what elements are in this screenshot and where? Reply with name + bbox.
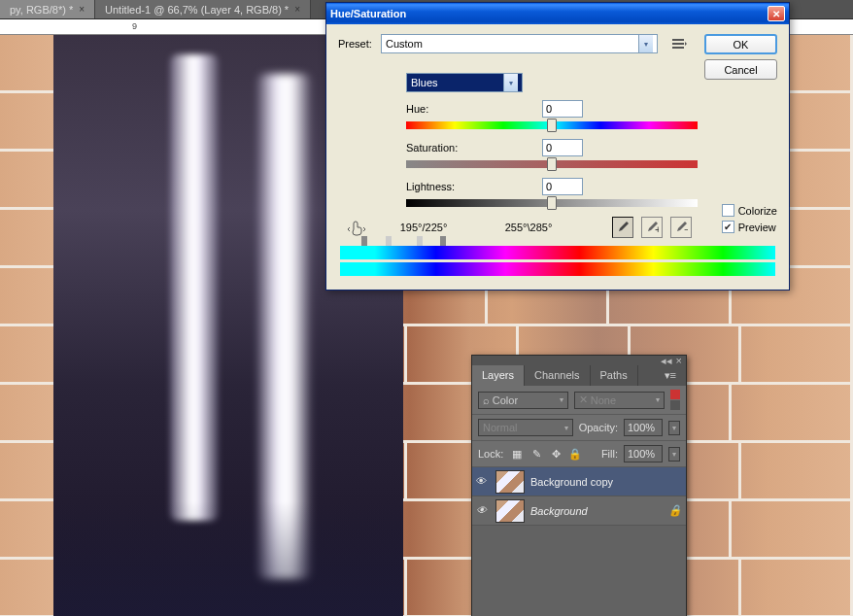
tab-layers[interactable]: Layers xyxy=(472,365,525,386)
slider-thumb[interactable] xyxy=(547,196,557,210)
layer-list: 👁 Background copy 👁 Background 🔒 xyxy=(472,467,686,616)
layer-thumbnail[interactable] xyxy=(495,499,525,523)
visibility-icon[interactable]: 👁 xyxy=(476,504,490,518)
channel-combo[interactable]: Blues ▾ xyxy=(406,73,523,92)
document-tab[interactable]: Untitled-1 @ 66,7% (Layer 4, RGB/8) * × xyxy=(95,0,311,18)
filter-color-combo[interactable]: ✕ None ▾ xyxy=(574,392,665,409)
document-tab[interactable]: py, RGB/8*) * × xyxy=(0,0,95,18)
layer-name[interactable]: Background copy xyxy=(530,476,613,488)
filter-kind-combo[interactable]: ⌕ Color ▾ xyxy=(478,392,568,409)
colorize-label: Colorize xyxy=(738,205,777,217)
lightness-slider[interactable] xyxy=(406,199,698,207)
hue-label: Hue: xyxy=(406,103,542,115)
tab-label: py, RGB/8*) * xyxy=(10,4,73,16)
svg-rect-2 xyxy=(672,47,684,49)
preset-menu-icon[interactable] xyxy=(671,36,687,51)
panel-tabs: Layers Channels Paths ▾≡ xyxy=(472,365,686,386)
chevron-down-icon: ▾ xyxy=(560,395,563,404)
saturation-input[interactable] xyxy=(542,139,583,156)
slider-thumb[interactable] xyxy=(547,119,557,132)
dialog-titlebar[interactable]: Hue/Saturation ✕ xyxy=(326,3,789,24)
channel-value: Blues xyxy=(411,77,438,88)
layer-list-empty[interactable] xyxy=(472,526,686,616)
svg-rect-0 xyxy=(672,39,684,41)
opacity-label: Opacity: xyxy=(579,422,618,433)
visibility-icon[interactable]: 👁 xyxy=(476,475,490,489)
preview-label: Preview xyxy=(738,222,776,233)
filter-toggle[interactable] xyxy=(670,390,680,399)
lock-all-icon[interactable]: 🔒 xyxy=(567,446,583,462)
lock-transparency-icon[interactable]: ▦ xyxy=(509,446,525,462)
layers-panel: ◂◂ × Layers Channels Paths ▾≡ ⌕ Color ▾ … xyxy=(471,355,687,616)
slider-thumb[interactable] xyxy=(547,157,557,171)
output-spectrum xyxy=(340,262,775,276)
fill-label: Fill: xyxy=(601,448,618,460)
close-icon[interactable]: × xyxy=(79,4,85,15)
search-icon: ⌕ xyxy=(483,394,490,406)
saturation-slider[interactable] xyxy=(406,160,698,168)
lock-position-icon[interactable]: ✥ xyxy=(548,446,563,462)
svg-rect-1 xyxy=(672,43,684,45)
close-button[interactable]: ✕ xyxy=(768,6,785,21)
ok-button[interactable]: OK xyxy=(704,34,777,54)
preset-label: Preset: xyxy=(338,38,373,50)
x-icon: ✕ xyxy=(579,394,588,406)
svg-text:−: − xyxy=(684,223,688,234)
layer-item[interactable]: 👁 Background copy xyxy=(472,467,686,496)
opacity-input[interactable]: 100% xyxy=(624,419,663,436)
layer-name[interactable]: Background xyxy=(530,505,588,517)
ruler-mark: 9 xyxy=(132,21,137,31)
hue-input[interactable] xyxy=(542,100,583,118)
tab-paths[interactable]: Paths xyxy=(591,365,638,386)
panel-handle[interactable]: ◂◂ × xyxy=(472,356,686,365)
lock-pixels-icon[interactable]: ✎ xyxy=(529,446,544,462)
dialog-title: Hue/Saturation xyxy=(330,8,406,19)
eyedropper-subtract-button[interactable]: − xyxy=(670,217,692,238)
layer-thumbnail[interactable] xyxy=(495,470,525,494)
cancel-button[interactable]: Cancel xyxy=(704,59,777,80)
preset-combo[interactable]: Custom ▾ xyxy=(381,34,658,53)
range-right-text: 255°\285° xyxy=(480,222,577,233)
lightness-input[interactable] xyxy=(542,178,583,195)
filter-toggle[interactable] xyxy=(670,400,680,410)
lock-icon: 🔒 xyxy=(668,504,682,517)
hue-slider[interactable] xyxy=(406,121,698,129)
saturation-label: Saturation: xyxy=(406,142,542,154)
opacity-scrubber[interactable]: ▾ xyxy=(668,421,680,435)
input-spectrum[interactable] xyxy=(340,246,775,259)
hue-saturation-dialog: Hue/Saturation ✕ Preset: Custom ▾ OK Can… xyxy=(325,2,790,291)
hand-scrubby-icon[interactable] xyxy=(348,218,367,237)
chevron-down-icon: ▾ xyxy=(638,35,653,52)
preset-value: Custom xyxy=(386,38,423,50)
panel-menu-icon[interactable]: ▾≡ xyxy=(655,365,686,386)
chevron-down-icon: ▾ xyxy=(503,74,518,91)
colorize-checkbox[interactable] xyxy=(722,204,734,217)
fill-input[interactable]: 100% xyxy=(624,445,663,462)
tab-label: Untitled-1 @ 66,7% (Layer 4, RGB/8) * xyxy=(105,4,289,16)
chevron-down-icon: ▾ xyxy=(656,395,660,404)
blend-mode-combo[interactable]: Normal ▾ xyxy=(478,419,573,436)
svg-text:+: + xyxy=(655,223,659,234)
close-icon[interactable]: × xyxy=(294,4,300,15)
tab-channels[interactable]: Channels xyxy=(525,365,590,386)
lightness-label: Lightness: xyxy=(406,181,542,192)
layer-item[interactable]: 👁 Background 🔒 xyxy=(472,496,686,526)
preview-checkbox[interactable]: ✔ xyxy=(722,221,734,233)
chevron-down-icon: ▾ xyxy=(564,424,568,432)
fill-scrubber[interactable]: ▾ xyxy=(668,447,680,462)
lock-label: Lock: xyxy=(478,448,503,460)
range-left-text: 195°/225° xyxy=(375,222,472,233)
eyedropper-add-button[interactable]: + xyxy=(641,217,663,238)
eyedropper-button[interactable] xyxy=(612,217,633,238)
